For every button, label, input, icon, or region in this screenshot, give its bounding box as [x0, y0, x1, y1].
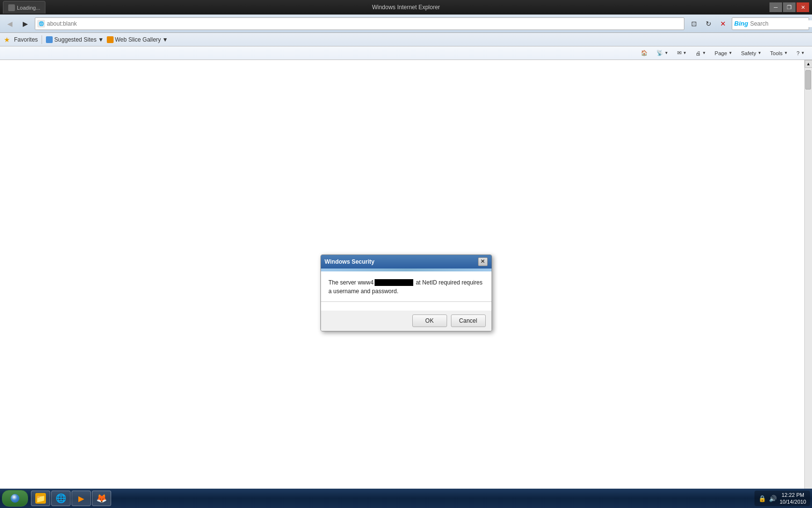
feeds-button[interactable]: 📡 ▼	[653, 48, 672, 59]
search-bar: Bing 🔍	[732, 17, 809, 30]
favorites-bar: ★ Favorites Suggested Sites ▼ Web Slice …	[0, 33, 812, 46]
help-button[interactable]: ? ▼	[793, 48, 808, 59]
dialog-overlay: Windows Security ✕ The server www4 at Ne…	[0, 60, 812, 496]
suggested-sites-arrow: ▼	[98, 36, 104, 43]
file-explorer-icon: 📁	[35, 493, 46, 504]
taskbar-ie-button[interactable]: 🌐	[51, 491, 71, 506]
browser-tab[interactable]: Loading...	[3, 1, 45, 14]
home-button[interactable]: 🏠	[638, 48, 651, 59]
tab-favicon	[8, 4, 15, 11]
windows-security-dialog: Windows Security ✕ The server www4 at Ne…	[320, 254, 492, 331]
bing-logo: Bing	[734, 20, 748, 27]
page-button[interactable]: Page ▼	[711, 48, 736, 59]
dialog-decoration	[321, 269, 492, 271]
dialog-footer: OK Cancel	[321, 311, 492, 331]
favorites-star-icon: ★	[4, 36, 10, 44]
window-controls: ─ ❐ ✕	[769, 2, 809, 12]
minimize-button[interactable]: ─	[769, 2, 782, 12]
tab-bar: Loading...	[3, 1, 46, 14]
tools-button[interactable]: Tools ▼	[767, 48, 791, 59]
favorites-button[interactable]: Favorites	[14, 36, 38, 43]
dialog-message: The server www4 at NetID required requir…	[329, 278, 484, 296]
taskbar-explorer-button[interactable]: 📁	[31, 491, 50, 506]
dialog-body: The server www4 at NetID required requir…	[321, 271, 492, 311]
address-input[interactable]	[47, 20, 682, 27]
dialog-ok-button[interactable]: OK	[412, 314, 447, 327]
refresh-button[interactable]: ↻	[702, 17, 715, 30]
suggested-sites-icon	[46, 36, 53, 43]
taskbar-firefox-button[interactable]: 🦊	[92, 491, 111, 506]
dialog-cancel-button[interactable]: Cancel	[451, 314, 486, 327]
taskbar: 📁 🌐 ▶ 🦊 🔒 🔊 12:22 PM 10/14/2010	[0, 489, 812, 508]
dialog-redacted-server	[375, 279, 413, 286]
ie-icon: 🌐	[56, 493, 66, 504]
suggested-sites-button[interactable]: Suggested Sites ▼	[46, 36, 103, 43]
web-slice-gallery-icon	[107, 36, 114, 43]
favorites-divider	[42, 35, 42, 44]
system-tray: 🔒 🔊 12:22 PM 10/14/2010	[754, 491, 810, 506]
tray-network-icon[interactable]: 🔒	[758, 495, 766, 502]
taskbar-wmp-button[interactable]: ▶	[72, 491, 91, 506]
search-input[interactable]	[750, 20, 812, 27]
print-button[interactable]: 🖨 ▼	[692, 48, 710, 59]
back-button[interactable]: ◀	[3, 17, 16, 30]
window-title: Windows Internet Explorer	[372, 4, 440, 11]
content-area: ▲ ▼ Windows Security ✕ The server www4 a…	[0, 60, 812, 496]
close-button[interactable]: ✕	[797, 2, 809, 12]
wmp-icon: ▶	[76, 493, 87, 504]
stop-button[interactable]: ✕	[716, 17, 730, 30]
page-favicon: 🌐	[37, 20, 45, 28]
nav-icons: ⊡ ↻ ✕	[687, 17, 730, 30]
web-slice-arrow: ▼	[162, 36, 168, 43]
safety-button[interactable]: Safety ▼	[738, 48, 765, 59]
firefox-icon: 🦊	[96, 493, 107, 504]
compatibility-button[interactable]: ⊡	[687, 17, 701, 30]
start-button[interactable]	[2, 490, 28, 507]
web-slice-gallery-button[interactable]: Web Slice Gallery ▼	[107, 36, 168, 43]
navigation-bar: ◀ ▶ 🌐 ⊡ ↻ ✕ Bing 🔍	[0, 15, 812, 33]
read-mail-button[interactable]: ✉ ▼	[674, 48, 690, 59]
dialog-separator	[321, 301, 492, 302]
command-bar: 🏠 📡 ▼ ✉ ▼ 🖨 ▼ Page ▼ Safety ▼ Tools ▼ ? …	[0, 46, 812, 60]
restore-button[interactable]: ❐	[783, 2, 796, 12]
title-bar: Loading... Windows Internet Explorer ─ ❐…	[0, 0, 812, 15]
dialog-message-part1: The server www4	[329, 279, 374, 286]
dialog-title: Windows Security	[325, 258, 375, 265]
system-clock[interactable]: 12:22 PM 10/14/2010	[780, 492, 806, 506]
tray-volume-icon[interactable]: 🔊	[769, 495, 777, 502]
forward-button[interactable]: ▶	[18, 17, 32, 30]
dialog-titlebar: Windows Security ✕	[321, 255, 492, 269]
windows-orb	[11, 494, 19, 503]
dialog-close-button[interactable]: ✕	[478, 257, 488, 266]
tab-label: Loading...	[17, 5, 40, 11]
address-bar: 🌐	[35, 17, 684, 30]
